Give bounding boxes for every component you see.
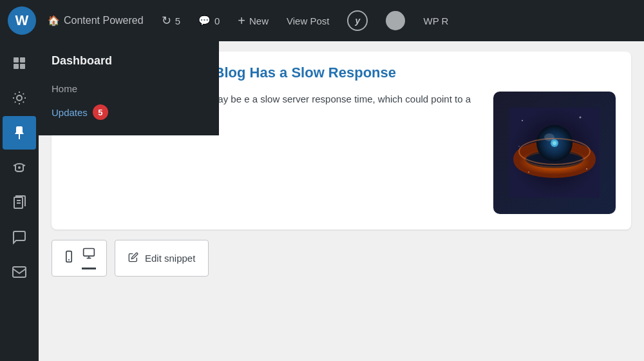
svg-point-21 <box>528 171 529 173</box>
desktop-icon <box>82 247 96 269</box>
svg-rect-10 <box>13 267 26 277</box>
sidebar-item-mail[interactable] <box>3 255 36 289</box>
flyout-updates-label: Updates <box>52 107 88 118</box>
admin-bar-updates[interactable]: ↻ 5 <box>153 0 189 41</box>
edit-snippet-button[interactable]: Edit snippet <box>115 240 209 277</box>
svg-point-6 <box>19 167 20 168</box>
edit-snippet-icon <box>128 252 138 264</box>
admin-bar-wp-right[interactable]: WP R <box>414 0 457 41</box>
wp-logo[interactable]: W <box>8 6 36 35</box>
flyout-item-updates[interactable]: Updates 5 <box>39 99 219 125</box>
post-thumbnail <box>493 92 616 214</box>
flyout-item-home[interactable]: Home <box>39 78 219 99</box>
wp-right-label: WP R <box>423 15 448 26</box>
plus-icon: + <box>238 14 245 28</box>
svg-point-20 <box>580 117 582 119</box>
comments-count: 0 <box>214 15 220 26</box>
updates-badge: 5 <box>93 104 108 120</box>
flyout-menu: Dashboard Home Updates 5 <box>39 41 219 135</box>
admin-bar-home[interactable]: 🏠 Content Powered <box>39 0 153 41</box>
device-toggle[interactable] <box>52 240 107 277</box>
svg-rect-0 <box>14 57 19 63</box>
sidebar-item-customize[interactable] <box>3 81 36 115</box>
sidebar-item-pages[interactable] <box>3 186 36 219</box>
admin-bar-new[interactable]: + New <box>229 0 278 41</box>
sidebar-item-comments[interactable] <box>3 220 36 254</box>
action-row: Edit snippet <box>52 240 631 277</box>
svg-rect-3 <box>20 64 25 69</box>
view-post-label: View Post <box>287 15 329 26</box>
comments-icon: 💬 <box>198 15 211 26</box>
edit-snippet-label: Edit snippet <box>145 253 195 264</box>
svg-point-22 <box>586 168 587 170</box>
site-name: Content Powered <box>64 15 144 26</box>
mobile-icon <box>62 250 75 266</box>
sidebar-item-pin[interactable] <box>3 116 36 150</box>
svg-point-4 <box>17 95 22 101</box>
svg-point-17 <box>553 141 556 145</box>
svg-point-19 <box>522 120 523 121</box>
svg-rect-26 <box>84 249 95 257</box>
wp-logo-icon: W <box>15 12 29 29</box>
svg-rect-1 <box>20 57 25 63</box>
home-icon: 🏠 <box>48 15 60 26</box>
sidebar-item-media[interactable] <box>3 151 36 184</box>
admin-bar-comments[interactable]: 💬 0 <box>189 0 229 41</box>
admin-bar-user[interactable] <box>377 0 414 41</box>
new-label: New <box>249 15 269 26</box>
flyout-title: Dashboard <box>39 49 219 78</box>
sidebar <box>0 41 39 361</box>
updates-sync-icon: ↻ <box>162 14 171 28</box>
updates-count: 5 <box>175 15 180 26</box>
admin-bar-yoast[interactable]: y <box>338 0 377 41</box>
svg-rect-2 <box>14 64 19 69</box>
user-avatar <box>386 11 405 30</box>
admin-bar-view-post[interactable]: View Post <box>278 0 338 41</box>
flyout-home-label: Home <box>52 83 77 94</box>
yoast-icon: y <box>347 10 368 31</box>
svg-point-23 <box>518 146 520 147</box>
sidebar-item-dashboard[interactable] <box>3 46 36 80</box>
main-layout: Dashboard Home Updates 5 Why Your WordPr… <box>0 41 644 361</box>
admin-bar: W 🏠 Content Powered ↻ 5 💬 0 + New View P… <box>0 0 644 41</box>
